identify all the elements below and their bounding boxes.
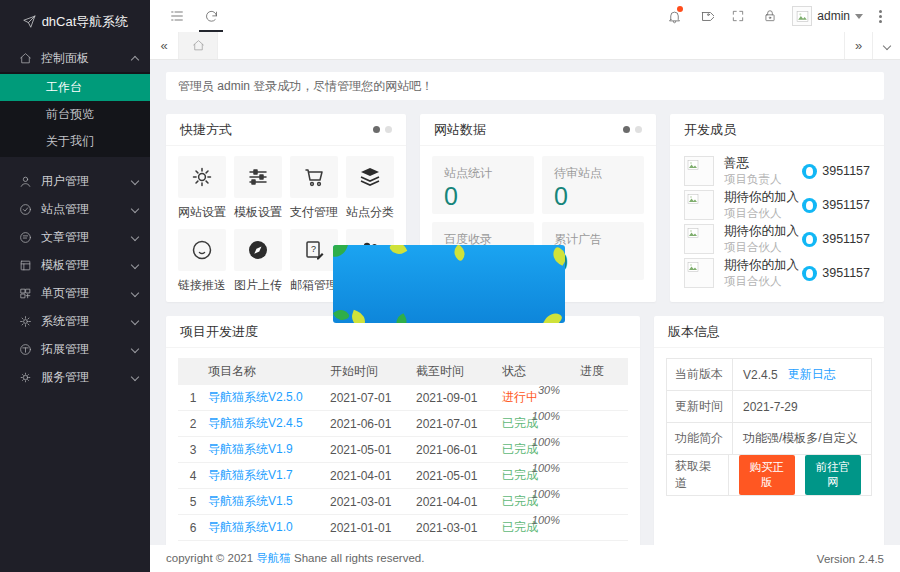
qq-number: 3951157 (822, 198, 870, 212)
sidebar-item-system-mgmt[interactable]: 系统管理 (0, 307, 150, 335)
home-icon (18, 51, 32, 65)
compass-icon (246, 238, 270, 262)
sidebar-submenu: 工作台 前台预览 关于我们 (0, 72, 150, 157)
tabs-scroll-left-button[interactable]: « (150, 32, 178, 59)
template-icon (18, 258, 32, 272)
sidebar-item-frontend-preview[interactable]: 前台预览 (0, 101, 150, 128)
project-name-link[interactable]: 导航猫系统V2.4.5 (208, 415, 330, 432)
table-row: 3 导航猫系统V1.9 2021-05-01 2021-06-01 已完成 10… (178, 437, 628, 463)
row-index: 4 (178, 469, 208, 483)
version-row-updated: 更新时间 2021-7-29 (667, 391, 871, 423)
sliders-icon (246, 165, 270, 189)
sidebar-item-service-mgmt[interactable]: 服务管理 (0, 363, 150, 391)
document-question-icon: ? (302, 238, 326, 262)
qq-icon (802, 164, 817, 179)
extension-icon (18, 342, 32, 356)
project-name-link[interactable]: 导航猫系统V1.0 (208, 519, 330, 536)
refresh-button[interactable] (194, 0, 228, 32)
project-name-link[interactable]: 导航猫系统V2.5.0 (208, 389, 330, 406)
cards-row-2: 项目开发进度 项目名称 开始时间 截至时间 状态 进度 1 导航猫系统V (166, 316, 884, 545)
carousel-dot[interactable] (635, 126, 642, 133)
member-name: 期待你的加入 (724, 190, 799, 206)
sidebar-item-about-us[interactable]: 关于我们 (0, 128, 150, 155)
chevron-down-icon (882, 41, 890, 49)
promo-banner[interactable] (333, 245, 565, 323)
app-logo[interactable]: dhCat导航系统 (0, 0, 150, 44)
sidebar-item-dashboard[interactable]: 控制面板 (0, 44, 150, 72)
chevron-down-icon (131, 261, 139, 269)
carousel-dot-active[interactable] (623, 126, 630, 133)
chevron-down-icon (131, 373, 139, 381)
sidebar-item-workbench[interactable]: 工作台 (0, 74, 150, 101)
progress-percent: 100% (532, 437, 560, 448)
project-name-link[interactable]: 导航猫系统V1.5 (208, 493, 330, 510)
submenu-label: 关于我们 (46, 133, 94, 150)
sidebar-toggle-button[interactable] (160, 0, 194, 32)
carousel-dot[interactable] (385, 126, 392, 133)
end-date: 2021-03-01 (416, 521, 502, 535)
project-name-link[interactable]: 导航猫系统V1.9 (208, 441, 330, 458)
lock-button[interactable] (756, 0, 784, 32)
sidebar-item-site-mgmt[interactable]: 站点管理 (0, 195, 150, 223)
chevron-down-icon (131, 289, 139, 297)
row-label: 功能简介 (667, 423, 733, 454)
smiley-icon (190, 238, 214, 262)
sidebar-item-extension-mgmt[interactable]: 拓展管理 (0, 335, 150, 363)
shortcut-label: 网站设置 (178, 204, 226, 221)
shortcut-email-mgmt[interactable]: ? 邮箱管理 (290, 229, 338, 294)
leaf-decoration (349, 310, 368, 323)
changelog-link[interactable]: 更新日志 (788, 366, 836, 383)
sidebar-item-user-mgmt[interactable]: 用户管理 (0, 167, 150, 195)
sidebar-item-template-mgmt[interactable]: 模板管理 (0, 251, 150, 279)
progress-percent: 100% (532, 515, 560, 526)
member-qq[interactable]: 3951157 (802, 164, 870, 179)
sidebar-item-label: 站点管理 (41, 201, 89, 218)
fullscreen-button[interactable] (724, 0, 752, 32)
app-title: dhCat导航系统 (42, 13, 129, 31)
tabs-scroll-right-button[interactable]: » (844, 32, 872, 59)
user-menu[interactable]: admin (788, 6, 867, 26)
avatar (684, 190, 714, 220)
shortcut-template-settings[interactable]: 模板设置 (234, 156, 282, 221)
card-title: 网站数据 (434, 121, 486, 139)
member-role: 项目合伙人 (724, 240, 799, 254)
member-row: 期待你的加入项目合伙人 3951157 (684, 188, 870, 222)
gear-icon (18, 314, 32, 328)
end-date: 2021-04-01 (416, 495, 502, 509)
official-site-button[interactable]: 前往官网 (805, 455, 861, 495)
member-qq[interactable]: 3951157 (802, 232, 870, 247)
carousel-dot-active[interactable] (373, 126, 380, 133)
member-qq[interactable]: 3951157 (802, 198, 870, 213)
notifications-button[interactable] (660, 0, 688, 32)
shortcut-label: 链接推送 (178, 277, 226, 294)
card-title: 快捷方式 (180, 121, 232, 139)
welcome-notice: 管理员 admin 登录成功，尽情管理您的网站吧！ (166, 72, 884, 100)
header-name: 项目名称 (208, 363, 330, 380)
stat-label: 站点统计 (444, 165, 522, 182)
brand-link[interactable]: 导航猫 (256, 552, 291, 564)
chevron-up-icon (131, 56, 139, 64)
shortcut-payment-mgmt[interactable]: 支付管理 (290, 156, 338, 221)
more-options-button[interactable] (871, 10, 890, 23)
shortcut-link-push[interactable]: 链接推送 (178, 229, 226, 294)
member-qq[interactable]: 3951157 (802, 266, 870, 281)
topbar-actions: admin (660, 0, 890, 32)
shortcut-site-settings[interactable]: 网站设置 (178, 156, 226, 221)
sidebar-item-article-mgmt[interactable]: 文章管理 (0, 223, 150, 251)
project-progress-card: 项目开发进度 项目名称 开始时间 截至时间 状态 进度 1 导航猫系统V (166, 316, 640, 545)
buy-genuine-button[interactable]: 购买正版 (739, 455, 795, 495)
tabs-menu-button[interactable] (872, 32, 900, 59)
project-name-link[interactable]: 导航猫系统V1.7 (208, 467, 330, 484)
shortcut-site-category[interactable]: 站点分类 (346, 156, 394, 221)
avatar (684, 224, 714, 254)
tab-home[interactable] (178, 32, 218, 59)
shortcut-image-upload[interactable]: 图片上传 (234, 229, 282, 294)
sidebar-item-page-mgmt[interactable]: 单页管理 (0, 279, 150, 307)
progress-percent: 100% (532, 411, 560, 422)
stat-value: 0 (554, 184, 632, 209)
tag-button[interactable] (692, 0, 720, 32)
sidebar-item-label: 单页管理 (41, 285, 89, 302)
sidebar: dhCat导航系统 控制面板 工作台 前台预览 关于我们 用户管理 站点管理 文… (0, 0, 150, 572)
header-start: 开始时间 (330, 363, 416, 380)
end-date: 2021-07-01 (416, 417, 502, 431)
